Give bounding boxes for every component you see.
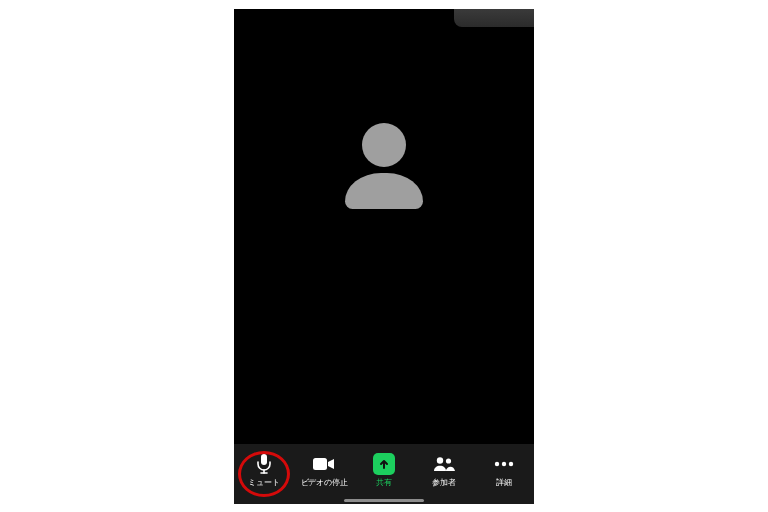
stop-video-button[interactable]: ビデオの停止: [294, 453, 354, 487]
svg-rect-3: [313, 458, 327, 470]
meeting-screen: ミュート ビデオの停止 共有: [234, 9, 534, 504]
share-arrow-icon: [373, 453, 395, 475]
more-button[interactable]: 詳細: [474, 453, 534, 487]
svg-point-5: [446, 458, 451, 463]
svg-point-4: [437, 457, 443, 463]
svg-rect-0: [261, 454, 267, 465]
mute-button[interactable]: ミュート: [234, 453, 294, 487]
share-label: 共有: [376, 479, 392, 487]
svg-point-8: [509, 461, 513, 465]
video-camera-icon: [313, 453, 335, 475]
svg-point-7: [502, 461, 506, 465]
video-area[interactable]: [234, 9, 534, 444]
avatar-head-icon: [362, 123, 406, 167]
more-icon: [494, 453, 514, 475]
more-label: 詳細: [496, 479, 512, 487]
stop-video-label: ビデオの停止: [301, 479, 348, 487]
meeting-toolbar: ミュート ビデオの停止 共有: [234, 444, 534, 504]
avatar-body-icon: [345, 173, 423, 209]
microphone-icon: [257, 453, 271, 475]
svg-point-6: [495, 461, 499, 465]
home-indicator[interactable]: [344, 499, 424, 502]
participant-avatar-placeholder: [345, 123, 423, 209]
participants-label: 参加者: [432, 479, 455, 487]
participants-button[interactable]: 参加者: [414, 453, 474, 487]
participants-icon: [433, 453, 455, 475]
mute-label: ミュート: [248, 479, 279, 487]
share-button[interactable]: 共有: [354, 453, 414, 487]
